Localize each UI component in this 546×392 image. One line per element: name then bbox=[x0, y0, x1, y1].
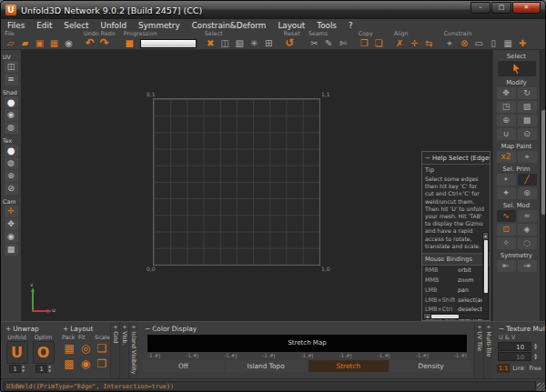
prim-point-icon[interactable]: • bbox=[497, 174, 516, 186]
copy-uv-icon[interactable]: ❐ bbox=[358, 37, 371, 49]
tex-off-icon[interactable]: ⊘ bbox=[5, 183, 18, 195]
unfold-spinner-arrows[interactable]: ▲ ▼ bbox=[22, 365, 25, 373]
pack-button[interactable]: ▦ bbox=[62, 341, 76, 356]
unwrap-expand-icon[interactable]: + bbox=[5, 325, 11, 333]
tex-ball-icon[interactable]: ● bbox=[5, 145, 18, 156]
mod-line-icon[interactable]: ≈ bbox=[518, 210, 537, 222]
grid-panel-collapsed[interactable]: + Grid bbox=[110, 322, 119, 379]
select-grid-icon[interactable]: ⊞ bbox=[262, 37, 276, 49]
uv-tile-panel-collapsed[interactable]: + UV Tile bbox=[474, 322, 483, 379]
shade-wire-icon[interactable]: ◉ bbox=[5, 109, 18, 121]
fit-alt-button[interactable]: ◉ bbox=[78, 357, 93, 371]
fit-button[interactable]: ◎ bbox=[78, 341, 93, 356]
title-bar[interactable]: U Unfold3D Network 9.0.2 [Build 2457] (C… bbox=[1, 1, 545, 19]
stretch-button[interactable]: Stretch bbox=[308, 360, 389, 372]
reset-icon[interactable]: ↺ bbox=[283, 37, 297, 49]
help-horizontal-scrollbar[interactable]: ◂ bbox=[423, 313, 489, 319]
mod-free-icon[interactable]: ∿ bbox=[497, 210, 516, 222]
texture-multipliers-collapse-icon[interactable]: − bbox=[499, 325, 504, 333]
mod-rect-icon[interactable]: ⊡ bbox=[497, 224, 516, 236]
link-button[interactable]: Link bbox=[511, 364, 526, 373]
redo-icon[interactable]: ↷ bbox=[97, 37, 111, 49]
flatten-icon[interactable]: ◳ bbox=[497, 101, 516, 113]
warp-icon[interactable]: ▨ bbox=[518, 101, 537, 113]
spin-down-icon[interactable]: ▼ bbox=[534, 347, 537, 351]
shade-ball-icon[interactable]: ● bbox=[5, 96, 18, 108]
right-panel-scrollbar[interactable] bbox=[540, 50, 546, 321]
visibility-panel-collapsed[interactable]: + Visb. bbox=[119, 322, 128, 379]
paste-uv-icon[interactable]: ❏ bbox=[372, 37, 386, 49]
magnet-icon[interactable]: ∪ bbox=[497, 128, 516, 140]
menu-constrain-deform[interactable]: Constrain&Deform bbox=[192, 21, 267, 30]
maximize-button[interactable]: ▢ bbox=[491, 2, 511, 14]
help-vscroll-thumb[interactable] bbox=[484, 240, 489, 293]
u-multiplier-spinner[interactable]: ▲ ▼ bbox=[534, 343, 537, 351]
shade-checker-icon[interactable]: ◍ bbox=[5, 122, 18, 134]
pack-alt-button[interactable]: ▩ bbox=[62, 357, 76, 371]
rotate-icon[interactable]: ↻ bbox=[518, 87, 537, 99]
clear-selection-icon[interactable]: ✖ bbox=[204, 37, 217, 49]
right-panel-scroll-thumb[interactable] bbox=[541, 110, 546, 215]
tex-grid-icon[interactable]: ⊛ bbox=[5, 170, 18, 182]
prim-poly-icon[interactable]: ✦ bbox=[497, 187, 516, 199]
seam-cut-icon[interactable]: ✂ bbox=[308, 37, 321, 49]
import-file-icon[interactable]: ▰ bbox=[18, 37, 32, 49]
align-cross-icon[interactable]: ✗ bbox=[393, 37, 407, 49]
scale-button[interactable]: ❏ bbox=[95, 341, 109, 356]
optimize-iterations-stepper[interactable]: 1 ▲ ▼ bbox=[35, 365, 51, 373]
menu-tools[interactable]: Tools bbox=[317, 21, 337, 30]
menu-help[interactable]: ? bbox=[349, 21, 353, 30]
mod-circle-icon[interactable]: ◌ bbox=[518, 237, 537, 249]
help-hscroll-thumb[interactable] bbox=[431, 315, 459, 319]
scale-alt-button[interactable]: ❐ bbox=[95, 357, 109, 371]
undo-icon[interactable]: ↶ bbox=[83, 37, 96, 49]
tex-checker-icon[interactable]: ◍ bbox=[5, 157, 18, 169]
constrain-axis-icon[interactable]: ✚ bbox=[516, 37, 530, 49]
unpin-icon[interactable]: ⊗ bbox=[458, 37, 471, 49]
mirror-right-icon[interactable]: ⇥ bbox=[518, 260, 537, 272]
save-icon[interactable]: ▣ bbox=[33, 37, 46, 49]
scroll-left-icon[interactable]: ◂ bbox=[424, 314, 430, 318]
align-center-icon[interactable]: ✛ bbox=[408, 37, 421, 49]
seam-knife-icon[interactable]: ✄ bbox=[337, 37, 350, 49]
move-icon[interactable]: ✥ bbox=[497, 87, 516, 99]
menu-edit[interactable]: Edit bbox=[36, 21, 52, 30]
color-display-collapse-icon[interactable]: − bbox=[145, 325, 150, 333]
uv-stack-view-icon[interactable]: ≡ bbox=[5, 74, 18, 85]
save-as-icon[interactable]: ▦ bbox=[47, 37, 61, 49]
scroll-up-icon[interactable]: ▴ bbox=[483, 233, 488, 239]
multi-tile-panel-collapsed[interactable]: + Multi-Tile bbox=[483, 322, 492, 379]
u-multiplier-field[interactable]: 10 bbox=[498, 342, 531, 351]
unfold-iterations-value[interactable]: 1 bbox=[9, 365, 21, 373]
uv-split-view-icon[interactable]: ◫ bbox=[5, 61, 18, 73]
menu-unfold[interactable]: Unfold bbox=[101, 21, 127, 30]
select-star-icon[interactable]: ✳ bbox=[248, 37, 261, 49]
resize-grip[interactable] bbox=[537, 383, 546, 392]
snapshot-icon[interactable]: ◉ bbox=[62, 37, 76, 49]
optimize-iterations-value[interactable]: 1 bbox=[35, 365, 47, 373]
prim-edge-icon[interactable]: ╱ bbox=[518, 174, 537, 186]
pin-paint-icon[interactable]: ⌖ bbox=[518, 151, 537, 163]
one-to-one-button[interactable]: 1:1 bbox=[497, 364, 510, 373]
minimize-button[interactable]: – bbox=[470, 2, 490, 14]
cam-move-icon[interactable]: ✛ bbox=[5, 206, 18, 217]
select-tool-button[interactable] bbox=[498, 61, 536, 76]
mod-star-icon[interactable]: ✧ bbox=[497, 237, 516, 249]
off-button[interactable]: Off bbox=[143, 360, 224, 372]
unfold-iterations-stepper[interactable]: 1 ▲ ▼ bbox=[9, 365, 25, 373]
open-file-icon[interactable]: ▱ bbox=[4, 37, 17, 49]
sphere-map-icon[interactable]: ⊕ bbox=[497, 115, 516, 126]
cam-view-icon[interactable]: ◉ bbox=[5, 231, 18, 243]
constrain-h-icon[interactable]: ▭ bbox=[472, 37, 486, 49]
help-popup-collapse-icon[interactable]: − bbox=[425, 155, 430, 162]
mirror-left-icon[interactable]: ⇤ bbox=[497, 260, 516, 272]
spin-down-icon[interactable]: ▼ bbox=[22, 369, 25, 374]
select-pattern-icon[interactable]: ▧ bbox=[233, 37, 247, 49]
spin-down-icon[interactable]: ▼ bbox=[48, 369, 51, 374]
layout-expand-icon[interactable]: + bbox=[63, 325, 68, 333]
island-topo-button[interactable]: Island Topo bbox=[226, 360, 307, 372]
menu-layout[interactable]: Layout bbox=[278, 21, 305, 30]
v-multiplier-field[interactable]: 10 bbox=[498, 352, 531, 361]
close-button[interactable]: ✕ bbox=[512, 2, 541, 14]
menu-symmetry[interactable]: Symmetry bbox=[138, 21, 180, 30]
